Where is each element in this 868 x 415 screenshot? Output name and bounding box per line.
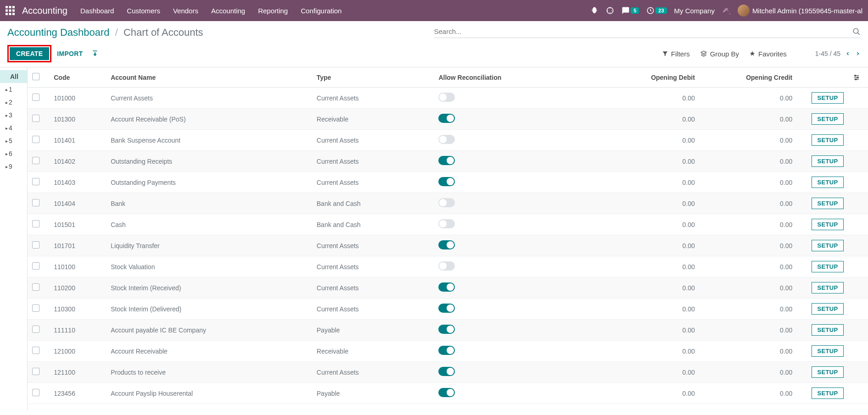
menu-reporting[interactable]: Reporting [258, 7, 288, 15]
cell-credit[interactable]: 0.00 [700, 256, 797, 277]
recon-toggle[interactable] [438, 325, 455, 334]
cell-name[interactable]: Account Payslip Houserental [106, 383, 312, 404]
cell-type[interactable]: Current Assets [312, 362, 434, 383]
activities-icon[interactable]: 23 [646, 6, 666, 15]
company-switcher[interactable]: My Company [674, 7, 715, 15]
cell-name[interactable]: Account Receivable (PoS) [106, 109, 312, 130]
cell-debit[interactable]: 0.00 [602, 277, 699, 299]
row-checkbox[interactable] [32, 157, 39, 164]
cell-name[interactable]: Stock Interim (Delivered) [106, 299, 312, 320]
row-checkbox[interactable] [32, 241, 39, 249]
cell-credit[interactable]: 0.00 [700, 320, 797, 341]
cell-code[interactable]: 111110 [49, 320, 106, 341]
brand[interactable]: Accounting [22, 6, 67, 16]
pager-text[interactable]: 1-45 / 45 [815, 50, 840, 57]
setup-button[interactable]: SETUP [812, 155, 844, 167]
cell-type[interactable]: Payable [312, 320, 434, 341]
recon-toggle[interactable] [438, 177, 455, 186]
cell-debit[interactable]: 0.00 [602, 383, 699, 404]
recon-toggle[interactable] [438, 346, 455, 355]
cell-type[interactable]: Current Assets [312, 151, 434, 172]
row-checkbox[interactable] [32, 283, 39, 291]
cell-debit[interactable]: 0.00 [602, 172, 699, 193]
cell-debit[interactable]: 0.00 [602, 193, 699, 214]
row-checkbox[interactable] [32, 389, 39, 396]
th-credit[interactable]: Opening Credit [700, 67, 797, 88]
table-row[interactable]: 101000 Current Assets Current Assets 0.0… [28, 88, 868, 109]
create-button[interactable]: CREATE [10, 47, 49, 60]
import-button[interactable]: IMPORT [57, 50, 83, 57]
cell-name[interactable]: Current Assets [106, 88, 312, 109]
support-icon[interactable] [606, 6, 614, 15]
menu-dashboard[interactable]: Dashboard [80, 7, 114, 15]
th-debit[interactable]: Opening Debit [602, 67, 699, 88]
cell-code[interactable]: 101701 [49, 235, 106, 256]
cell-credit[interactable]: 0.00 [700, 299, 797, 320]
setup-button[interactable]: SETUP [812, 282, 844, 293]
search-input[interactable] [434, 28, 853, 35]
cell-debit[interactable]: 0.00 [602, 88, 699, 109]
row-checkbox[interactable] [32, 115, 39, 122]
cell-code[interactable]: 101300 [49, 109, 106, 130]
cell-credit[interactable]: 0.00 [700, 214, 797, 235]
row-checkbox[interactable] [32, 94, 39, 101]
cell-name[interactable]: Account payable IC BE Company [106, 320, 312, 341]
cell-type[interactable]: Current Assets [312, 299, 434, 320]
cell-credit[interactable]: 0.00 [700, 277, 797, 299]
cell-debit[interactable]: 0.00 [602, 235, 699, 256]
cell-credit[interactable]: 0.00 [700, 341, 797, 362]
table-row[interactable]: 101404 Bank Bank and Cash 0.00 0.00 SETU… [28, 193, 868, 214]
cell-debit[interactable]: 0.00 [602, 151, 699, 172]
sidebar-item-4[interactable]: ▸4 [0, 122, 27, 134]
menu-configuration[interactable]: Configuration [301, 7, 342, 15]
cell-debit[interactable]: 0.00 [602, 320, 699, 341]
th-code[interactable]: Code [49, 67, 106, 88]
cell-type[interactable]: Current Assets [312, 172, 434, 193]
cell-debit[interactable]: 0.00 [602, 214, 699, 235]
cell-name[interactable]: Stock Interim (Received) [106, 277, 312, 299]
cell-name[interactable]: Outstanding Receipts [106, 151, 312, 172]
sidebar-item-5[interactable]: ▸5 [0, 134, 27, 147]
recon-toggle[interactable] [438, 135, 455, 144]
cell-type[interactable]: Current Assets [312, 277, 434, 299]
recon-toggle[interactable] [438, 304, 455, 313]
setup-button[interactable]: SETUP [812, 240, 844, 251]
setup-button[interactable]: SETUP [812, 261, 844, 272]
cell-code[interactable]: 101404 [49, 193, 106, 214]
cell-debit[interactable]: 0.00 [602, 299, 699, 320]
sidebar-item-3[interactable]: ▸3 [0, 109, 27, 122]
recon-toggle[interactable] [438, 198, 455, 207]
recon-toggle[interactable] [438, 367, 455, 376]
cell-code[interactable]: 121000 [49, 341, 106, 362]
cell-name[interactable]: Outstanding Payments [106, 172, 312, 193]
table-row[interactable]: 101401 Bank Suspense Account Current Ass… [28, 130, 868, 151]
table-row[interactable]: 101501 Cash Bank and Cash 0.00 0.00 SETU… [28, 214, 868, 235]
recon-toggle[interactable] [438, 219, 455, 228]
menu-vendors[interactable]: Vendors [173, 7, 198, 15]
setup-button[interactable]: SETUP [812, 177, 844, 188]
select-all-checkbox[interactable] [32, 73, 39, 80]
messages-icon[interactable]: 5 [622, 6, 639, 15]
setup-button[interactable]: SETUP [812, 92, 844, 104]
setup-button[interactable]: SETUP [812, 219, 844, 230]
table-row[interactable]: 111110 Account payable IC BE Company Pay… [28, 320, 868, 341]
cell-debit[interactable]: 0.00 [602, 256, 699, 277]
cell-debit[interactable]: 0.00 [602, 130, 699, 151]
cell-type[interactable]: Current Assets [312, 235, 434, 256]
recon-toggle[interactable] [438, 156, 455, 165]
cell-name[interactable]: Bank Suspense Account [106, 130, 312, 151]
recon-toggle[interactable] [438, 388, 455, 397]
cell-type[interactable]: Current Assets [312, 88, 434, 109]
setup-button[interactable]: SETUP [812, 303, 844, 315]
th-options[interactable] [848, 67, 868, 88]
cell-type[interactable]: Receivable [312, 109, 434, 130]
debug-icon[interactable] [590, 6, 599, 15]
menu-customers[interactable]: Customers [127, 7, 160, 15]
export-icon[interactable] [91, 50, 99, 57]
cell-credit[interactable]: 0.00 [700, 362, 797, 383]
pager-next-icon[interactable] [855, 50, 861, 57]
setup-button[interactable]: SETUP [812, 366, 844, 378]
row-checkbox[interactable] [32, 220, 39, 227]
cell-code[interactable]: 101000 [49, 88, 106, 109]
cell-credit[interactable]: 0.00 [700, 383, 797, 404]
